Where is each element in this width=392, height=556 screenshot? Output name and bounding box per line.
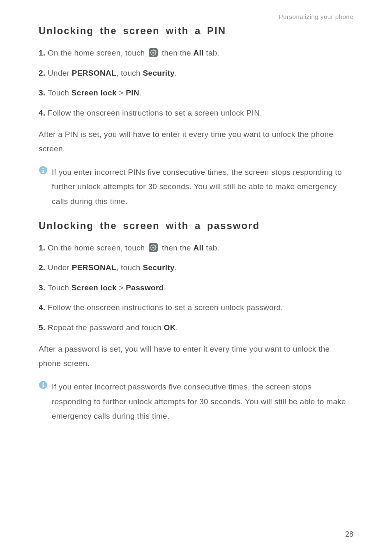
- page-number: 28: [345, 530, 353, 539]
- step-number: 2.: [39, 263, 48, 272]
- step-text: then the: [159, 49, 193, 57]
- step-text: Follow the onscreen instructions to set …: [48, 109, 262, 117]
- step-number: 3.: [39, 88, 48, 97]
- document-page: Personalizing your phone Unlocking the s…: [0, 0, 392, 556]
- pin-label: PIN: [126, 88, 139, 97]
- step-text: , touch: [116, 69, 143, 77]
- step-text: , touch: [116, 263, 143, 272]
- step-3-pin: 3. Touch Screen lock > PIN.: [39, 87, 353, 99]
- svg-point-25: [42, 382, 44, 384]
- section-heading-pin: Unlocking the screen with a PIN: [39, 25, 353, 37]
- after-password-paragraph: After a password is set, you will have t…: [39, 342, 353, 371]
- step-text: tab.: [204, 49, 219, 57]
- step-text: Touch: [48, 88, 71, 97]
- step-1-password: 1. On the home screen, touch then the Al…: [39, 242, 353, 254]
- settings-icon: [149, 48, 158, 57]
- breadcrumb: Personalizing your phone: [39, 13, 353, 20]
- step-text: .: [164, 283, 166, 292]
- step-text: Under: [48, 263, 72, 272]
- step-text: tab.: [204, 243, 219, 252]
- step-text: On the home screen, touch: [48, 243, 147, 252]
- personal-label: PERSONAL: [72, 69, 116, 77]
- step-4-password: 4. Follow the onscreen instructions to s…: [39, 302, 353, 314]
- info-icon: [39, 166, 48, 175]
- step-2-pin: 2. Under PERSONAL, touch Security.: [39, 67, 353, 79]
- step-text: Follow the onscreen instructions to set …: [48, 303, 283, 312]
- step-text: .: [175, 69, 177, 77]
- step-text: then the: [159, 243, 193, 252]
- settings-icon: [149, 243, 158, 252]
- step-text: Under: [48, 69, 72, 77]
- step-text: Repeat the password and touch: [48, 323, 164, 332]
- svg-point-10: [152, 52, 154, 54]
- screen-lock-label: Screen lock: [71, 283, 117, 292]
- step-text: .: [175, 263, 177, 272]
- svg-point-12: [42, 168, 44, 169]
- step-3-password: 3. Touch Screen lock > Password.: [39, 282, 353, 294]
- step-number: 4.: [39, 303, 48, 312]
- step-4-pin: 4. Follow the onscreen instructions to s…: [39, 107, 353, 119]
- after-pin-paragraph: After a PIN is set, you will have to ent…: [39, 127, 353, 156]
- step-1-pin: 1. On the home screen, touch then the Al…: [39, 47, 353, 59]
- gt-separator: >: [117, 283, 126, 292]
- screen-lock-label: Screen lock: [71, 88, 117, 97]
- step-number: 1.: [39, 243, 48, 252]
- note-text: If you enter incorrect PINs five consecu…: [52, 165, 353, 208]
- step-number: 2.: [39, 69, 48, 77]
- all-tab-label: All: [194, 243, 204, 252]
- personal-label: PERSONAL: [72, 263, 116, 272]
- step-text: .: [176, 323, 178, 332]
- step-number: 3.: [39, 283, 48, 292]
- note-block-password: If you enter incorrect passwords five co…: [39, 380, 353, 423]
- step-number: 4.: [39, 109, 48, 117]
- security-label: Security: [143, 263, 175, 272]
- password-label: Password: [126, 283, 164, 292]
- step-2-password: 2. Under PERSONAL, touch Security.: [39, 262, 353, 274]
- ok-label: OK: [164, 323, 176, 332]
- step-number: 5.: [39, 323, 48, 332]
- step-text: .: [139, 88, 142, 97]
- svg-point-23: [152, 246, 154, 248]
- note-block-pin: If you enter incorrect PINs five consecu…: [39, 165, 353, 208]
- section-heading-password: Unlocking the screen with a password: [39, 220, 353, 232]
- all-tab-label: All: [194, 49, 204, 57]
- gt-separator: >: [117, 88, 126, 97]
- note-text: If you enter incorrect passwords five co…: [52, 380, 353, 423]
- step-number: 1.: [39, 49, 48, 57]
- security-label: Security: [143, 69, 175, 77]
- step-text: Touch: [48, 283, 71, 292]
- step-5-password: 5. Repeat the password and touch OK.: [39, 322, 353, 334]
- info-icon: [39, 380, 48, 389]
- step-text: On the home screen, touch: [48, 49, 147, 57]
